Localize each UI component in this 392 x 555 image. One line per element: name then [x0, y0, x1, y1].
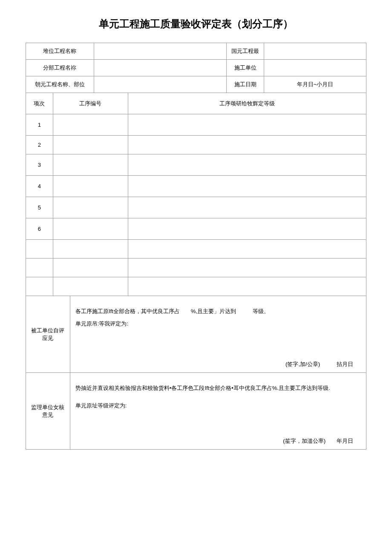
table-row: [26, 259, 366, 277]
header-row-1: 堆位工程名称 国元工程最: [26, 43, 366, 60]
column-header-row: 项次 工序编号 工序颂研给牧辉定等级: [26, 93, 366, 114]
cell-grade: [128, 136, 366, 154]
cell-code: [53, 136, 128, 154]
cell-code: [53, 154, 128, 176]
cell-code: [53, 240, 128, 259]
cell-seq: 4: [26, 176, 53, 197]
cell-grade: [128, 240, 366, 259]
self-review-label: 被工单位自评应见: [26, 296, 70, 373]
value-project-name: [94, 43, 227, 60]
supervisor-review-row: 监理单位女核意见 势抽近并直设相关检验报吉和校验货料•各工序色工段Ift全部介格…: [26, 373, 366, 450]
table-row: [26, 240, 366, 259]
self-review-line1: 各工序施工原Ift全部合格，其中优良工序占 %,且主要」片达到 等级。: [75, 306, 361, 316]
value-unit-project: [264, 43, 366, 60]
self-review-line2: 单元原吊:等我评定为:: [75, 319, 361, 328]
cell-grade: [128, 154, 366, 176]
cell-code: [53, 114, 128, 136]
self-review-content: 各工序施工原Ift全部合格，其中优良工序占 %,且主要」片达到 等级。 单元原吊…: [70, 296, 366, 373]
supervisor-review-line2: 单元原址等级评定为:: [75, 401, 361, 410]
table-row: 1: [26, 114, 366, 136]
table-row: 2: [26, 136, 366, 154]
table-row: 6: [26, 218, 366, 240]
cell-code: [53, 277, 128, 296]
cell-seq: [26, 259, 53, 277]
label-construction-unit: 施工单位: [227, 60, 264, 76]
cell-grade: [128, 114, 366, 136]
cell-seq: 2: [26, 136, 53, 154]
value-subproject-name: [94, 60, 227, 76]
col-code: 工序编号: [53, 93, 128, 114]
cell-grade: [128, 176, 366, 197]
cell-code: [53, 259, 128, 277]
cell-grade: [128, 197, 366, 218]
value-construction-unit: [264, 60, 366, 76]
cell-grade: [128, 277, 366, 296]
cell-grade: [128, 218, 366, 240]
cell-seq: 1: [26, 114, 53, 136]
table-row: 4: [26, 176, 366, 197]
col-seq: 项次: [26, 93, 53, 114]
evaluation-table: 堆位工程名称 国元工程最 分部工程名祢 施工单位 朝元工程名称、部位 施工日期 …: [26, 43, 366, 450]
header-row-2: 分部工程名祢 施工单位: [26, 60, 366, 76]
supervisor-review-label: 监理单位女核意见: [26, 373, 70, 450]
label-element-name: 朝元工程名称、部位: [26, 76, 94, 93]
cell-code: [53, 197, 128, 218]
table-row: 3: [26, 154, 366, 176]
supervisor-review-footer: (笙字，加滥公率) 年月日: [83, 437, 353, 445]
self-review-footer: (签字,加/公章) 拈月日: [83, 360, 353, 368]
cell-seq: [26, 277, 53, 296]
label-project-name: 堆位工程名称: [26, 43, 94, 60]
cell-seq: 3: [26, 154, 53, 176]
self-review-row: 被工单位自评应见 各工序施工原Ift全部合格，其中优良工序占 %,且主要」片达到…: [26, 296, 366, 373]
table-row: 5: [26, 197, 366, 218]
cell-grade: [128, 259, 366, 277]
label-subproject-name: 分部工程名祢: [26, 60, 94, 76]
supervisor-review-line1: 势抽近并直设相关检验报吉和校验货料•各工序色工段Ift全部介格•耳中优良工序占%…: [75, 383, 361, 393]
header-row-3: 朝元工程名称、部位 施工日期 年月日~小月日: [26, 76, 366, 93]
cell-code: [53, 176, 128, 197]
value-construction-date: 年月日~小月日: [264, 76, 366, 93]
label-unit-project: 国元工程最: [227, 43, 264, 60]
cell-seq: [26, 240, 53, 259]
table-row: [26, 277, 366, 296]
cell-seq: 6: [26, 218, 53, 240]
value-element-name: [94, 76, 227, 93]
supervisor-review-content: 势抽近并直设相关检验报吉和校验货料•各工序色工段Ift全部介格•耳中优良工序占%…: [70, 373, 366, 450]
label-construction-date: 施工日期: [227, 76, 264, 93]
cell-seq: 5: [26, 197, 53, 218]
page-title: 单元工程施工质量验收评定表（划分工序）: [26, 17, 366, 31]
cell-code: [53, 218, 128, 240]
col-grade: 工序颂研给牧辉定等级: [128, 93, 366, 114]
